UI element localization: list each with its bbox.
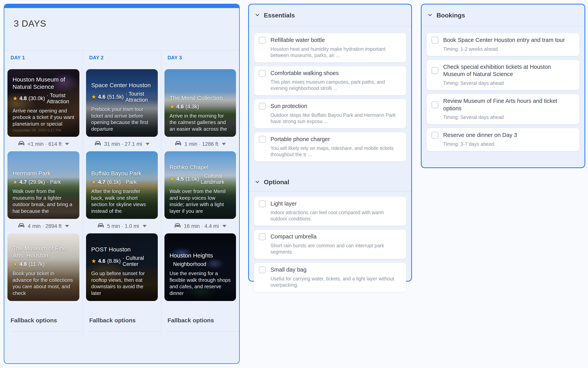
booking-item: Book Space Center Houston entry and tram… xyxy=(427,33,579,56)
place-card[interactable]: POST Houston ★ 4.6 (8.8k) · Cultural Cen… xyxy=(86,233,157,301)
travel-text: 16 min · 4.4 mi xyxy=(184,223,219,229)
star-icon: ★ xyxy=(13,96,18,101)
star-icon: ★ xyxy=(91,179,96,185)
car-icon xyxy=(18,223,25,230)
caret-down-icon[interactable] xyxy=(222,225,226,227)
place-name: Space Center Houston xyxy=(91,82,153,89)
place-rating: ★ 4.8 (11.7k) xyxy=(13,261,74,267)
star-icon: ★ xyxy=(13,179,18,185)
booking-item: Review Museum of Fine Arts hours and tic… xyxy=(427,94,579,124)
place-rating: ★ 4.6 (4.3k) xyxy=(170,104,231,110)
checklist-panel: Essentials Refillable water bottle Houst… xyxy=(248,4,412,282)
item-title: Comfortable walking shoes xyxy=(270,70,339,77)
item-title: Portable phone charger xyxy=(270,136,330,143)
section-title: Bookings xyxy=(436,12,465,19)
caret-down-icon[interactable] xyxy=(143,225,147,227)
item-description: You will likely rely on maps, rideshare,… xyxy=(270,145,401,157)
star-icon: ★ xyxy=(170,176,175,182)
place-card[interactable]: Houston Heights ★ Neighborhood Use the e… xyxy=(165,233,236,301)
place-name: Houston Museum of Natural Science xyxy=(13,76,74,90)
booking-checkbox[interactable] xyxy=(432,37,439,44)
photo-timestamp: September 09, 2025 6:17 PM xyxy=(13,128,74,132)
place-card[interactable]: The Museum of Fine Arts, Houston ★ 4.8 (… xyxy=(8,233,79,301)
chevron-down-icon[interactable] xyxy=(254,179,260,185)
place-rating: ★ 4.5 (1.0k) · Cultural Landmark xyxy=(170,173,231,185)
travel-row[interactable]: 1 min · 1286 ft xyxy=(165,137,236,151)
place-name: POST Houston xyxy=(91,246,153,253)
booking-timing: Timing: 1-2 weeks ahead xyxy=(443,46,574,52)
travel-row[interactable]: 5 min · 1.0 mi xyxy=(86,219,157,233)
day-label: DAY 2 xyxy=(89,55,157,61)
place-note: Arrive in the morning for the calmest ga… xyxy=(170,113,231,132)
item-checkbox[interactable] xyxy=(259,200,266,207)
place-rating: ★ 4.6 (8.8k) · Cultural Center xyxy=(91,255,153,267)
booking-checkbox[interactable] xyxy=(432,132,439,139)
place-card[interactable]: The Menil Collection ★ 4.6 (4.3k) Arrive… xyxy=(165,69,236,137)
booking-checkbox[interactable] xyxy=(432,101,439,108)
star-icon: ★ xyxy=(91,94,96,100)
place-note: Book your ticket in advance for the coll… xyxy=(13,270,74,297)
day-column-3: DAY 3 The Menil Collection ★ 4.6 (4.3k) … xyxy=(161,51,239,337)
fallback-options-button[interactable]: Fallback options xyxy=(89,317,161,331)
day-label: DAY 3 xyxy=(168,55,236,61)
travel-row[interactable]: 31 min · 27.1 mi xyxy=(86,137,157,151)
fallback-options-button[interactable]: Fallback options xyxy=(168,317,239,331)
item-checkbox[interactable] xyxy=(259,70,266,77)
place-name: Rothko Chapel xyxy=(170,164,231,171)
place-name: Buffalo Bayou Park xyxy=(91,170,153,177)
section-header-bookings[interactable]: Bookings xyxy=(422,5,585,27)
travel-text: 31 min · 27.1 mi xyxy=(104,141,142,147)
checklist-item: Refillable water bottle Houston heat and… xyxy=(254,33,406,62)
item-title: Small day bag xyxy=(270,266,307,274)
item-title: Sun protection xyxy=(270,102,307,110)
item-description: Houston heat and humidity make hydration… xyxy=(270,46,401,58)
travel-row[interactable]: <1 min · 614 ft xyxy=(8,137,79,151)
item-checkbox[interactable] xyxy=(259,233,266,240)
item-title: Refillable water bottle xyxy=(270,37,325,44)
star-icon: ★ xyxy=(170,104,175,110)
itinerary-title: 3 DAYS xyxy=(14,18,239,29)
item-checkbox[interactable] xyxy=(259,37,266,44)
fallback-options-button[interactable]: Fallback options xyxy=(10,317,83,331)
car-icon xyxy=(97,223,104,230)
place-note: Use the evening for a flexible walk thro… xyxy=(170,270,231,297)
chevron-down-icon[interactable] xyxy=(254,12,260,18)
chevron-down-icon[interactable] xyxy=(427,12,433,18)
star-icon: ★ xyxy=(91,258,96,264)
place-card[interactable]: Rothko Chapel ★ 4.5 (1.0k) · Cultural La… xyxy=(165,151,236,219)
item-checkbox[interactable] xyxy=(259,136,266,143)
item-description: Indoor attractions can feel cool compare… xyxy=(270,209,401,222)
caret-down-icon[interactable] xyxy=(65,225,69,227)
place-note: Walk over from the Menil and keep voices… xyxy=(170,188,231,215)
booking-title: Review Museum of Fine Arts hours and tic… xyxy=(443,97,574,112)
travel-row[interactable]: 16 min · 4.4 mi xyxy=(165,219,236,233)
section-header-essentials[interactable]: Essentials xyxy=(249,5,411,27)
caret-down-icon[interactable] xyxy=(222,143,226,145)
item-checkbox[interactable] xyxy=(259,266,266,273)
place-card[interactable]: Buffalo Bayou Park ★ 4.7 (6.1k) · Park A… xyxy=(86,151,157,219)
car-icon xyxy=(174,223,181,230)
caret-down-icon[interactable] xyxy=(146,143,149,145)
booking-title: Check special exhibition tickets at Hous… xyxy=(443,63,574,78)
section-header-optional[interactable]: Optional xyxy=(249,173,411,192)
booking-checkbox[interactable] xyxy=(432,67,439,74)
place-card[interactable]: Houston Museum of Natural Science ★ 4.8 … xyxy=(8,69,79,137)
booking-title: Book Space Center Houston entry and tram… xyxy=(443,37,565,44)
day-label: DAY 1 xyxy=(10,55,79,61)
travel-row[interactable]: 4 min · 2894 ft xyxy=(8,219,79,233)
place-name: The Museum of Fine Arts, Houston xyxy=(13,245,74,259)
place-note: Prebook your tram tour ticket and arrive… xyxy=(91,106,153,132)
item-checkbox[interactable] xyxy=(259,103,266,110)
place-card[interactable]: Space Center Houston ★ 4.6 (51.5k) · Tou… xyxy=(86,69,157,137)
booking-item: Check special exhibition tickets at Hous… xyxy=(427,60,579,90)
place-card[interactable]: Hermann Park ★ 4.7 (29.9k) · Park Walk o… xyxy=(8,151,79,219)
travel-text: 4 min · 2894 ft xyxy=(28,223,62,229)
booking-timing: Timing: Several days ahead xyxy=(443,80,574,86)
section-title: Essentials xyxy=(264,12,295,19)
travel-text: <1 min · 614 ft xyxy=(28,141,62,147)
caret-down-icon[interactable] xyxy=(65,143,69,145)
place-name: The Menil Collection xyxy=(170,94,231,102)
day-column-1: DAY 1 Houston Museum of Natural Science … xyxy=(4,51,83,337)
checklist-item: Compact umbrella Short rain bursts are c… xyxy=(254,230,406,259)
booking-item: Reserve one dinner on Day 3 Timing: 3-7 … xyxy=(427,128,579,151)
